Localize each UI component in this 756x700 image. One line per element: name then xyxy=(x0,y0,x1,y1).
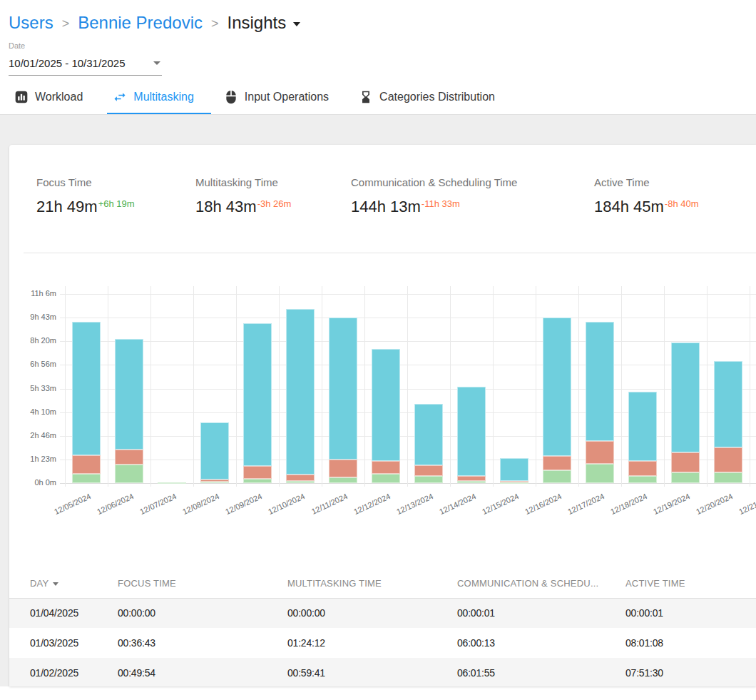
gridline-horizontal xyxy=(60,294,756,295)
chevron-down-icon xyxy=(153,61,160,65)
bar-segment-blue xyxy=(414,404,443,465)
bar-segment-salmon xyxy=(586,441,614,464)
summary-value: 18h 43m-3h 26m xyxy=(195,198,351,216)
bar-segment-green xyxy=(158,482,186,484)
summary-label: Multitasking Time xyxy=(195,176,351,189)
summary-card-focus-time: Focus Time 21h 49m+6h 19m xyxy=(36,176,195,216)
gridline-vertical xyxy=(536,286,536,487)
divider xyxy=(24,253,756,253)
cell-focus: 00:00:00 xyxy=(118,598,287,628)
table-header-row: DAY FOCUS TIME MULTITASKING TIME COMMUNI… xyxy=(9,569,756,598)
bar-segment-salmon xyxy=(372,461,400,474)
tab-categories-distribution[interactable]: Categories Distribution xyxy=(353,81,512,114)
gridline-horizontal xyxy=(60,318,756,318)
summary-value: 21h 49m+6h 19m xyxy=(36,198,195,216)
cell-communication: 06:01:55 xyxy=(457,658,625,686)
cell-communication: 00:00:01 xyxy=(457,598,625,628)
breadcrumb-separator: > xyxy=(62,16,70,31)
cell-active: 00:00:01 xyxy=(625,598,756,628)
y-axis-label: 2h 46m xyxy=(9,431,56,440)
y-axis-label: 5h 33m xyxy=(9,384,56,392)
summary-label: Communication & Scheduling Time xyxy=(351,176,594,189)
summary-card-active-time: Active Time 184h 45m-8h 40m xyxy=(594,176,756,216)
breadcrumb-current-dropdown[interactable]: Insights xyxy=(227,13,300,33)
table-row[interactable]: 01/02/2025 00:49:54 00:59:41 06:01:55 07… xyxy=(9,658,756,686)
cell-multitasking: 00:59:41 xyxy=(287,658,457,686)
sort-desc-icon xyxy=(53,582,58,586)
gridline-vertical xyxy=(450,286,451,487)
cell-active: 08:01:08 xyxy=(625,628,756,658)
bar-segment-green xyxy=(329,477,357,483)
bar-segment-blue xyxy=(543,318,571,456)
table-row[interactable]: 01/03/2025 00:36:43 01:24:12 06:00:13 08… xyxy=(9,628,756,658)
y-axis-label: 1h 23m xyxy=(9,455,56,463)
gridline-vertical xyxy=(279,286,280,487)
bar-segment-salmon xyxy=(714,447,742,472)
summary-label: Active Time xyxy=(594,176,756,189)
delta-badge: +6h 19m xyxy=(98,198,135,209)
bar-segment-salmon xyxy=(628,461,657,476)
bar-segment-blue xyxy=(115,339,143,450)
bar-segment-blue xyxy=(72,322,101,455)
table-row[interactable]: 01/04/2025 00:00:00 00:00:00 00:00:01 00… xyxy=(9,598,756,628)
swap-arrows-icon xyxy=(113,90,127,104)
cell-focus: 00:36:43 xyxy=(118,628,287,658)
tab-label: Input Operations xyxy=(245,91,329,103)
gridline-vertical xyxy=(621,286,622,487)
breadcrumb-link-users[interactable]: Users xyxy=(9,13,53,33)
gridline-horizontal xyxy=(60,365,756,365)
hourglass-icon xyxy=(359,90,373,104)
date-range-value: 10/01/2025 - 10/31/2025 xyxy=(9,57,125,69)
bar-segment-blue xyxy=(200,422,229,480)
daily-breakdown-table: DAY FOCUS TIME MULTITASKING TIME COMMUNI… xyxy=(9,569,756,686)
gridline-vertical xyxy=(150,286,151,487)
bar-segment-green xyxy=(286,481,315,483)
bar-segment-blue xyxy=(329,318,357,460)
tab-label: Workload xyxy=(35,91,83,103)
breadcrumb-separator: > xyxy=(211,16,219,31)
bar-segment-blue xyxy=(628,392,657,461)
summary-value: 184h 45m-8h 40m xyxy=(594,198,756,216)
column-header-communication-time[interactable]: COMMUNICATION & SCHEDU... xyxy=(457,569,625,598)
cell-focus: 00:49:54 xyxy=(118,658,287,686)
bar-segment-salmon xyxy=(543,456,571,470)
column-header-day[interactable]: DAY xyxy=(9,569,118,598)
bar-segment-salmon xyxy=(500,481,528,482)
gridline-horizontal xyxy=(60,341,756,342)
bar-segment-salmon xyxy=(200,480,229,482)
page-header: Users > Bennie Predovic > Insights Date … xyxy=(0,0,756,115)
gridline-vertical xyxy=(108,286,108,487)
summary-value: 144h 13m-11h 33m xyxy=(351,198,594,216)
bar-segment-green xyxy=(628,476,657,483)
page-title: Insights xyxy=(227,13,286,33)
date-range-picker[interactable]: 10/01/2025 - 10/31/2025 xyxy=(9,54,162,76)
date-filter-label: Date xyxy=(9,41,747,50)
bar-segment-salmon xyxy=(243,466,272,479)
y-axis-label: 11h 6m xyxy=(9,289,56,298)
bar-segment-salmon xyxy=(72,455,101,474)
gridline-vertical xyxy=(236,286,237,487)
gridline-vertical xyxy=(407,286,408,487)
tab-multitasking[interactable]: Multitasking xyxy=(107,81,210,114)
tab-label: Categories Distribution xyxy=(379,91,495,103)
gridline-vertical xyxy=(322,286,322,487)
bar-segment-blue xyxy=(500,458,528,481)
y-axis-label: 4h 10m xyxy=(9,407,56,416)
column-header-active-time[interactable]: ACTIVE TIME xyxy=(625,569,756,598)
bar-segment-green xyxy=(457,481,486,483)
column-header-multitasking-time[interactable]: MULTITASKING TIME xyxy=(287,569,457,598)
delta-badge: -8h 40m xyxy=(665,198,699,209)
cell-communication: 06:00:13 xyxy=(457,628,625,658)
tab-workload[interactable]: Workload xyxy=(9,81,100,114)
breadcrumb-link-user[interactable]: Bennie Predovic xyxy=(78,13,203,33)
bar-segment-salmon xyxy=(457,476,486,481)
bar-segment-green xyxy=(200,482,229,483)
bar-segment-green xyxy=(714,472,742,483)
tab-input-operations[interactable]: Input Operations xyxy=(218,81,346,114)
bar-chart-icon xyxy=(14,90,29,104)
column-header-focus-time[interactable]: FOCUS TIME xyxy=(118,569,287,598)
bar-segment-blue xyxy=(286,309,315,475)
bar-segment-salmon xyxy=(414,465,443,476)
summary-card-communication-time: Communication & Scheduling Time 144h 13m… xyxy=(351,176,594,216)
bar-segment-green xyxy=(372,474,400,483)
